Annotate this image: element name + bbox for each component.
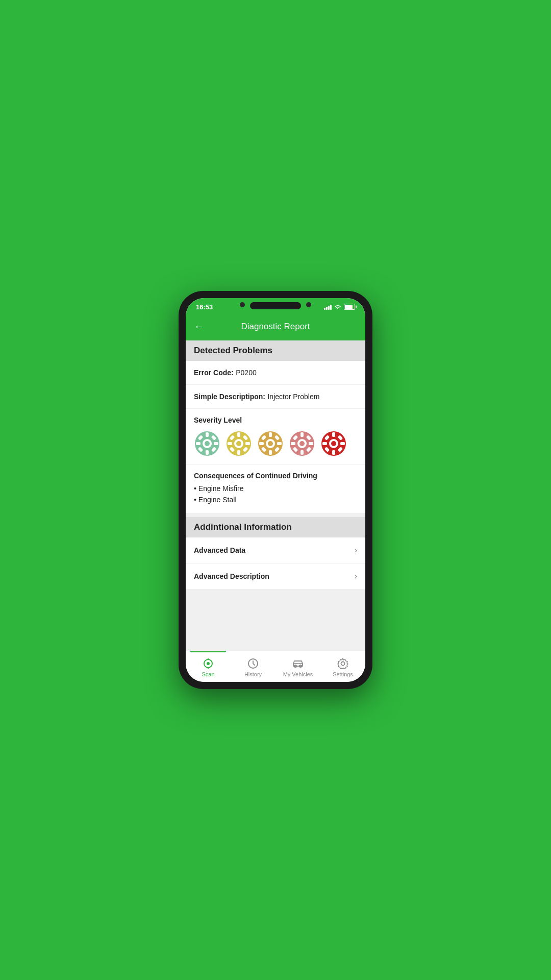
advanced-data-chevron: › <box>355 546 357 555</box>
error-code-label: Error Code: <box>194 369 234 377</box>
advanced-description-label: Advanced Description <box>194 572 269 580</box>
phone-frame: 16:53 <box>179 291 372 689</box>
svg-point-22 <box>236 441 241 446</box>
nav-item-history[interactable]: History <box>231 651 276 682</box>
history-icon <box>247 657 259 670</box>
svg-rect-15 <box>237 450 240 455</box>
svg-point-33 <box>268 441 273 446</box>
svg-rect-16 <box>228 442 232 445</box>
settings-label: Settings <box>333 671 353 677</box>
svg-rect-36 <box>300 432 304 437</box>
svg-rect-17 <box>245 442 250 445</box>
svg-rect-47 <box>332 432 335 437</box>
severity-section: Severity Level <box>186 409 365 464</box>
detected-problems-header: Detected Problems <box>186 340 365 361</box>
consequences-label: Consequences of Continued Driving <box>194 472 357 480</box>
svg-point-57 <box>207 662 210 665</box>
my-vehicles-label: My Vehicles <box>283 671 313 677</box>
severity-gear-1 <box>194 430 220 457</box>
back-button[interactable]: ← <box>194 320 208 333</box>
signal-icon <box>324 304 332 310</box>
svg-point-64 <box>341 662 345 666</box>
camera-right <box>306 302 311 307</box>
detected-problems-title: Detected Problems <box>194 346 272 355</box>
wifi-icon <box>334 304 341 310</box>
history-label: History <box>244 671 262 677</box>
consequence-2: • Engine Stall <box>194 494 357 505</box>
svg-rect-14 <box>237 432 240 437</box>
nav-item-my-vehicles[interactable]: My Vehicles <box>276 651 320 682</box>
svg-rect-39 <box>309 442 313 445</box>
svg-rect-6 <box>214 442 218 445</box>
svg-rect-48 <box>332 450 335 455</box>
svg-point-44 <box>299 441 305 446</box>
svg-rect-28 <box>277 442 282 445</box>
detected-problems-card: Error Code: P0200 Simple Descriptipon: I… <box>186 361 365 513</box>
svg-rect-3 <box>206 432 209 437</box>
severity-icons <box>194 430 357 457</box>
consequences-section: Consequences of Continued Driving • Engi… <box>186 464 365 513</box>
additional-info-header: Addintional Information <box>186 517 365 537</box>
svg-rect-38 <box>291 442 295 445</box>
status-time: 16:53 <box>196 303 213 311</box>
svg-point-55 <box>331 441 336 446</box>
additional-info-title: Addintional Information <box>194 522 292 532</box>
additional-info-card: Advanced Data › Advanced Description › <box>186 537 365 589</box>
consequence-1: • Engine Misfire <box>194 483 357 494</box>
severity-gear-5 <box>320 430 347 457</box>
camera-left <box>240 302 245 307</box>
bottom-nav: Scan History <box>186 650 365 682</box>
scan-icon <box>202 657 214 670</box>
advanced-data-label: Advanced Data <box>194 546 245 554</box>
phone-notch <box>250 302 301 309</box>
battery-icon <box>344 304 355 310</box>
advanced-data-row[interactable]: Advanced Data › <box>186 537 365 564</box>
svg-point-0 <box>337 308 338 309</box>
nav-item-settings[interactable]: Settings <box>320 651 365 682</box>
error-code-value: P0200 <box>236 369 256 377</box>
page-title: Diagnostic Report <box>208 322 343 332</box>
nav-item-scan[interactable]: Scan <box>186 651 231 682</box>
svg-rect-26 <box>269 450 272 455</box>
simple-description-row: Simple Descriptipon: Injector Problem <box>186 385 365 409</box>
simple-desc-value: Injector Problem <box>267 393 319 401</box>
severity-gear-2 <box>226 430 252 457</box>
severity-gear-3 <box>257 430 284 457</box>
scan-label: Scan <box>202 671 214 677</box>
svg-rect-27 <box>259 442 264 445</box>
page-content: Detected Problems Error Code: P0200 Simp… <box>186 340 365 650</box>
settings-icon <box>337 657 349 670</box>
svg-rect-37 <box>300 450 304 455</box>
svg-rect-4 <box>206 450 209 455</box>
svg-rect-25 <box>269 432 272 437</box>
my-vehicles-icon <box>292 657 304 670</box>
svg-rect-49 <box>322 442 327 445</box>
page-header: ← Diagnostic Report <box>186 314 365 340</box>
error-code-row: Error Code: P0200 <box>186 361 365 385</box>
section-gap <box>186 513 365 517</box>
svg-point-11 <box>205 441 210 446</box>
advanced-description-chevron: › <box>355 572 357 581</box>
phone-screen: 16:53 <box>186 298 365 682</box>
svg-rect-5 <box>196 442 201 445</box>
svg-rect-50 <box>340 442 345 445</box>
severity-gear-4 <box>289 430 315 457</box>
severity-label: Severity Level <box>194 416 357 424</box>
simple-desc-label: Simple Descriptipon: <box>194 393 265 401</box>
advanced-description-row[interactable]: Advanced Description › <box>186 564 365 589</box>
status-icons <box>324 304 355 310</box>
